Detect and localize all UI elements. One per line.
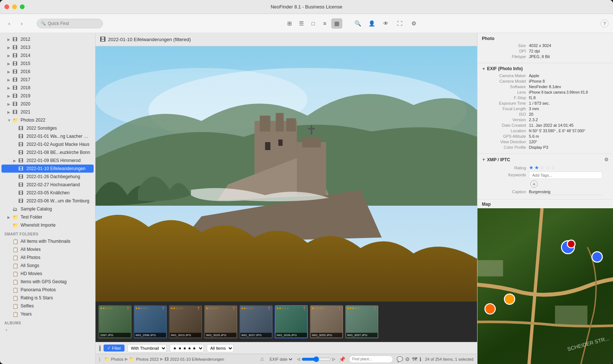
sidebar-item-years[interactable]: 📋Years (1, 310, 94, 318)
thumb-label-4: IMG_3029.JPG (205, 333, 237, 338)
view-single-button[interactable]: □ (308, 18, 319, 29)
map-icon[interactable]: 🗺 (412, 356, 417, 362)
people-button[interactable]: 👤 (367, 18, 378, 29)
sidebar-item-himmerod[interactable]: ▶ 🎞2022-01-09 BES Himmerod (1, 156, 94, 165)
sidebar-item-hochsauer[interactable]: 🎞2022-02-27 Hochsauerland (1, 181, 94, 189)
view-detail-button[interactable]: ≡ (320, 18, 331, 29)
sidebar-item-2012[interactable]: ▶ 🎞2012 (1, 35, 94, 43)
thumb-stars-1: ★★☆☆☆ (100, 307, 113, 310)
focal-row: Focal Length 3 mm (482, 107, 609, 111)
thumbnails-strip: ★★☆☆☆ 📍 2997.JPG ★★☆☆☆ 📍 IMG_2998.JPG ★★… (95, 302, 477, 342)
thumbnail-8[interactable]: ★★★☆☆ 📍 IMG_3057.JPG (345, 305, 378, 338)
sidebar-item-hd-movies[interactable]: 📋HD Movies (1, 270, 94, 278)
svg-rect-15 (555, 306, 587, 325)
sidebar-item-all-movies[interactable]: 📋All Movies (1, 245, 94, 253)
sidebar-item-2014[interactable]: ▶ 🎞2014 (1, 51, 94, 60)
thumbnail-2[interactable]: ★★☆☆☆ 📍 IMG_2998.JPG (134, 305, 167, 338)
search-box[interactable]: 🔍 (37, 19, 103, 28)
sidebar-item-knall[interactable]: 🎞2022-03-05 Knällchen (1, 189, 94, 197)
back-button[interactable]: ‹ (4, 19, 14, 28)
albums-header: ALBUMS (0, 318, 95, 326)
sidebar-item-2020[interactable]: ▶ 🎞2020 (1, 100, 94, 108)
find-place-input[interactable] (349, 356, 393, 363)
sidebar-item-bonn[interactable]: 🎞2022-01-08 BE...euzkirche Bonn (1, 148, 94, 156)
star-3[interactable]: ☆ (540, 165, 545, 170)
gear-icon[interactable]: ⚙ (405, 356, 410, 362)
thumb-pin-8: 📍 (373, 307, 377, 310)
sidebar-item-dach[interactable]: 🎞2022-01-26 Dachbegehung (1, 173, 94, 181)
sidebar-item-2017[interactable]: ▶ 🎞2017 (1, 76, 94, 84)
info-icon[interactable]: ℹ (419, 356, 421, 362)
sidebar-item-all-photos[interactable]: 📋All Photos (1, 253, 94, 262)
sidebar-item-2015[interactable]: ▶ 🎞2015 (1, 60, 94, 68)
sidebar-item-tomburg[interactable]: 🎞2022-03-06 W...um die Tomburg (1, 197, 94, 205)
star-1[interactable]: ★ (529, 165, 534, 170)
star-5[interactable]: ☆ (551, 165, 556, 170)
sidebar-item-sample[interactable]: 🗂Sample Catalog (1, 205, 94, 213)
thumbnail-7[interactable]: ★☆☆☆☆ 📍 IMG_3055.JPG (310, 305, 343, 338)
expand-button[interactable]: ⛶ (394, 18, 405, 29)
thumbnail-4[interactable]: ★☆☆☆☆ 📍 IMG_3029.JPG (204, 305, 237, 338)
sidebar-item-2019[interactable]: ▶ 🎞2019 (1, 92, 94, 100)
sort-select[interactable]: EXIF date (268, 357, 293, 362)
sidebar-item-all-thumbnails[interactable]: 📋All Items with Thumbnails (1, 237, 94, 245)
view-list-button[interactable]: ☰ (296, 18, 307, 29)
thumb-stars-4: ★☆☆☆☆ (206, 307, 219, 310)
settings-button[interactable]: ⚙ (408, 18, 419, 29)
add-album-button[interactable]: ＋ (4, 327, 8, 333)
minimize-button[interactable] (12, 4, 17, 9)
sidebar-item-2018[interactable]: ▶ 🎞2018 (1, 84, 94, 92)
sidebar-item-panorama[interactable]: 📋Panorama Photos (1, 286, 94, 294)
dpi-label: DPI (482, 49, 526, 53)
sidebar-item-2016[interactable]: ▶ 🎞2016 (1, 68, 94, 76)
rating-stars[interactable]: ★ ★ ☆ ☆ ☆ (529, 165, 556, 170)
sidebar-item-test[interactable]: ▶ 📁Test Folder (1, 213, 94, 221)
items-filter-select[interactable]: All Items (207, 344, 234, 352)
sidebar-item-rating5[interactable]: 📋Rating is 5 Stars (1, 294, 94, 302)
xmp-settings-icon[interactable]: ⚙ (604, 157, 609, 162)
thumb-stars-5: ★★☆☆☆ (241, 307, 254, 310)
view-grid-button[interactable]: ⊞ (284, 18, 295, 29)
forward-button[interactable]: › (17, 19, 26, 28)
map-container[interactable]: Legal SCHEIDER STR... EIF... (477, 208, 613, 364)
status-count: 24 of 254 Items, 1 selected (425, 357, 473, 361)
sidebar-item-whereis[interactable]: 📁WhereIsIt Importe (1, 221, 94, 229)
sidebar-item-sonstiges[interactable]: 🎞2022 Sonstiges (1, 124, 94, 132)
sidebar-item-eifelwanderungen[interactable]: 🎞2022-01-10 Eifelwanderungen (1, 165, 94, 173)
sidebar-item-2013[interactable]: ▶ 🎞2013 (1, 43, 94, 51)
thumb-pin-7: 📍 (338, 307, 342, 310)
thumbnail-3[interactable]: ★★☆☆☆ 📍 IMG_3023.JPG (169, 305, 202, 338)
filter-button[interactable]: ✓ Filter (104, 345, 125, 352)
sidebar-item-laacher[interactable]: 🎞2022-01-01 Wa...ng Laacher See (1, 132, 94, 140)
search-input[interactable] (48, 21, 99, 26)
rating-filter-select[interactable]: ★ ★ ★ ★ ★ (170, 344, 204, 352)
view-eye-button[interactable]: 👁 (381, 18, 392, 29)
sidebar-item-gps[interactable]: 📋Items with GPS Geotag (1, 278, 94, 286)
size-slider[interactable] (302, 356, 331, 362)
thumbnail-1[interactable]: ★★☆☆☆ 📍 2997.JPG (98, 305, 131, 338)
search-button[interactable]: 🔍 (353, 18, 364, 29)
thumbnail-5[interactable]: ★★☆☆☆ 📍 IMG_3037.JPG (239, 305, 273, 338)
svg-rect-8 (278, 140, 283, 146)
star-2[interactable]: ★ (534, 165, 539, 170)
sidebar-item-all-songs[interactable]: 📋All Songs (1, 262, 94, 270)
maximize-button[interactable] (20, 4, 25, 9)
sidebar-item-selfies[interactable]: 📋Selfies (1, 302, 94, 310)
sidebar-item-2021[interactable]: ▶ 🎞2021 (1, 108, 94, 116)
help-button[interactable]: ? (601, 19, 609, 28)
comment-icon[interactable]: 💬 (397, 356, 403, 362)
breadcrumb-photos2022: Photos 2022 (136, 357, 159, 361)
camera-model-row: Camera Model iPhone 8 (482, 79, 609, 83)
main-photo (95, 46, 477, 302)
thumbnail-filter-select[interactable]: With Thumbnail (127, 344, 167, 352)
close-button[interactable] (4, 4, 9, 9)
view-filmstrip-button[interactable]: ▦ (331, 18, 342, 29)
sidebar-item-photos-2022[interactable]: ▼ 📁Photos 2022 (1, 116, 94, 124)
caption-input[interactable] (529, 189, 602, 195)
slider-container: ◁ ▷ (297, 356, 335, 362)
star-4[interactable]: ☆ (545, 165, 550, 170)
keywords-input[interactable] (529, 172, 602, 179)
add-tag-button[interactable]: + (530, 180, 538, 188)
sidebar-item-macke[interactable]: 🎞2022-01-02 August Macke Haus (1, 140, 94, 148)
thumbnail-6[interactable]: ★★☆☆☆ 📍 IMG_3039.JPG (275, 305, 308, 338)
